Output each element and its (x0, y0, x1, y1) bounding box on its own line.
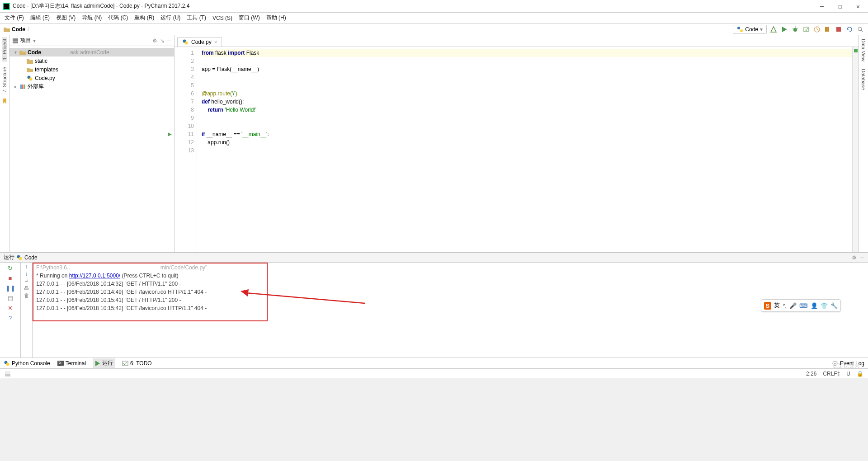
expand-arrow-icon[interactable]: ▾ (13, 50, 18, 55)
search-everywhere-icon[interactable] (856, 25, 864, 33)
run-side-toolbar: ↻ ■ ❚❚ ▤ ✕ ? (0, 263, 21, 358)
ime-tool-icon[interactable]: 🔧 (830, 302, 838, 309)
tool-window-structure[interactable]: 7: Structure (2, 65, 7, 94)
menu-navigate[interactable]: 导航 (N) (80, 13, 104, 23)
layout-button[interactable]: ▤ (6, 293, 15, 302)
coverage-icon[interactable] (802, 25, 810, 33)
python-file-icon (27, 75, 33, 81)
console-output[interactable]: F:\Python3.6..min/Code/Code.py" * Runnin… (33, 263, 868, 358)
svg-rect-11 (827, 27, 829, 32)
close-button[interactable]: ✕ (854, 3, 862, 10)
hide-icon[interactable]: ─ (167, 38, 171, 44)
menu-tools[interactable]: 工具 (T) (185, 13, 208, 23)
ime-punct-icon[interactable]: °, (783, 302, 787, 309)
menu-run[interactable]: 运行 (U) (159, 13, 182, 23)
down-button[interactable]: ↓ (25, 271, 28, 277)
app-icon (3, 3, 10, 10)
profile-icon[interactable] (813, 25, 821, 33)
ime-mic-icon[interactable]: 🎤 (789, 302, 797, 309)
tab-todo[interactable]: 6: TODO (122, 360, 152, 367)
caret-position[interactable]: 2:26 (806, 371, 816, 377)
stop-button[interactable] (835, 25, 843, 33)
close-tab-icon[interactable]: × (214, 39, 217, 45)
ime-skin-icon[interactable]: 👕 (821, 302, 828, 309)
menu-vcs[interactable]: VCS (S) (211, 14, 234, 22)
tree-external-libs[interactable]: ▸ 外部库 (9, 82, 174, 91)
line-separator[interactable]: CRLF‡ (823, 371, 840, 377)
svg-line-8 (797, 28, 798, 29)
chevron-down-icon[interactable]: ▾ (33, 38, 36, 44)
svg-point-4 (740, 29, 743, 32)
statusbar: 2:26 CRLF‡ U 🔒 (0, 368, 868, 378)
tool-window-project[interactable]: 1: Project (2, 37, 7, 61)
run-config-selector[interactable]: Code ▾ (733, 25, 767, 34)
breadcrumb-root[interactable]: Code (12, 26, 25, 33)
concurrency-icon[interactable] (824, 25, 832, 33)
rerun-button[interactable]: ↻ (6, 263, 15, 273)
folder-icon (4, 27, 10, 32)
update-project-icon[interactable] (845, 25, 854, 33)
svg-rect-17 (13, 42, 18, 43)
svg-point-13 (858, 27, 862, 31)
menu-window[interactable]: 窗口 (W) (237, 13, 262, 23)
lock-icon[interactable]: 🔒 (857, 371, 863, 377)
status-icon[interactable] (5, 371, 11, 377)
ime-logo-icon: S (764, 302, 772, 310)
pause-button[interactable]: ❚❚ (6, 283, 15, 292)
editor-tabbar: Code.py × (175, 35, 859, 47)
up-button[interactable]: ↑ (25, 263, 28, 270)
editor-tab-codepy[interactable]: Code.py × (177, 37, 222, 47)
ime-lang[interactable]: 英 (774, 301, 780, 310)
editor-scrollbar[interactable] (852, 47, 859, 252)
run-gutter-icon[interactable]: ▶ (168, 130, 172, 138)
encoding[interactable]: U (846, 371, 850, 377)
menu-code[interactable]: 代码 (C) (106, 13, 130, 23)
menu-help[interactable]: 帮助 (H) (264, 13, 288, 23)
tree-item-static[interactable]: static (9, 56, 174, 65)
project-view-icon (12, 38, 19, 43)
run-button[interactable] (780, 25, 788, 33)
code-area[interactable]: from flask import Flask app = Flask(__na… (197, 47, 852, 252)
console-line: 127.0.0.1 - - [06/Feb/2018 10:14:49] "GE… (36, 288, 864, 296)
print-button[interactable]: 🖶 (24, 285, 29, 292)
collapse-icon[interactable]: ↘ (160, 38, 165, 44)
ime-person-icon[interactable]: 👤 (811, 302, 818, 309)
clear-button[interactable]: 🗑 (24, 292, 29, 299)
gear-icon[interactable]: ⚙ (852, 254, 857, 261)
tree-item-codepy[interactable]: Code.py (9, 74, 174, 82)
maximize-button[interactable]: ☐ (836, 3, 844, 10)
hide-icon[interactable]: ─ (860, 254, 864, 261)
debug-button[interactable] (791, 25, 799, 33)
tool-window-dataview[interactable]: Data View (861, 37, 866, 63)
svg-line-7 (793, 28, 794, 29)
console-line: 127.0.0.1 - - [06/Feb/2018 10:15:42] "GE… (36, 304, 864, 312)
project-panel-title: 项目 (20, 37, 31, 44)
gear-icon[interactable]: ⚙ (152, 38, 157, 44)
python-file-icon (16, 254, 23, 261)
editor-body[interactable]: 12345678910 11▶ 1213 from flask import F… (175, 47, 859, 252)
help-button[interactable]: ? (6, 313, 15, 322)
ime-keyboard-icon[interactable]: ⌨ (799, 302, 808, 309)
menu-edit[interactable]: 编辑 (E) (28, 13, 52, 23)
wrap-button[interactable]: ⤶ (24, 278, 29, 284)
stop-button[interactable]: ■ (6, 273, 15, 282)
ime-toolbar[interactable]: S 英 °, 🎤 ⌨ 👤 👕 🔧 (761, 299, 841, 312)
menu-file[interactable]: 文件 (F) (3, 13, 26, 23)
main-area: 1: Project 7: Structure 项目 ▾ ⚙ ↘ ─ ▾ Cod… (0, 35, 868, 252)
menu-view[interactable]: 视图 (V) (54, 13, 77, 23)
tab-run[interactable]: 运行 (93, 358, 115, 368)
minimize-button[interactable]: ─ (818, 3, 826, 10)
tab-terminal[interactable]: >_Terminal (57, 360, 86, 367)
project-tree[interactable]: ▾ Code ask admin\Code static templates C… (9, 46, 174, 93)
tool-window-database[interactable]: Database (861, 67, 866, 92)
expand-arrow-icon[interactable]: ▸ (13, 84, 18, 89)
tab-python-console[interactable]: Python Console (4, 360, 50, 367)
svg-rect-12 (836, 27, 841, 32)
bookmark-icon[interactable] (1, 98, 8, 104)
close-button[interactable]: ✕ (6, 303, 15, 312)
tree-item-templates[interactable]: templates (9, 65, 174, 74)
build-icon[interactable] (769, 25, 778, 33)
menu-refactor[interactable]: 重构 (R) (132, 13, 156, 23)
tree-root[interactable]: ▾ Code ask admin\Code (9, 48, 174, 56)
console-url-link[interactable]: http://127.0.0.1:5000/ (69, 273, 120, 279)
